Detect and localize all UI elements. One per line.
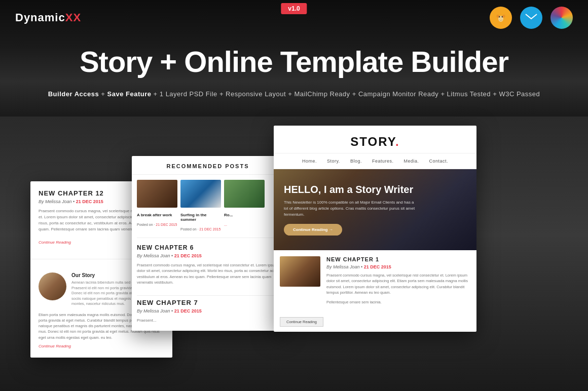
post1-title: A break after work: [137, 213, 177, 217]
feature-separator-1: +: [101, 90, 107, 98]
version-badge: v1.0: [281, 3, 307, 14]
post-img-1: [137, 180, 177, 208]
chapter6-section: NEW CHAPTER 6 By Melissa Joan • 21 DEC 2…: [132, 241, 284, 292]
card1-continue[interactable]: Continue Reading: [39, 240, 71, 245]
card3-header: STORY.: [274, 126, 476, 153]
mailchimp-icon[interactable]: [490, 7, 512, 29]
banner-desc: This Newsletter is 100% compatible on al…: [284, 200, 416, 218]
chapter1-author-name: By Melissa Joan: [326, 264, 360, 269]
feature-save: Save Feature: [107, 90, 152, 98]
card1-author-name: By Melissa Joan: [39, 199, 72, 204]
chapter6-author: By Melissa Joan • 21 DEC 2015: [137, 253, 279, 258]
chapter6-body: Praesent commodo cursus magna, vel scele…: [137, 262, 279, 285]
chapter6-author-name: By Melissa Joan: [137, 253, 170, 258]
hero-subtitle: Builder Access + Save Feature + 1 Layerd…: [10, 89, 578, 99]
chapter1-continue-btn[interactable]: Continue Reading: [280, 317, 323, 327]
chapter1-thumbnail: [280, 256, 320, 287]
post-cap-3: Ro... ...: [224, 213, 265, 232]
color-wheel-icon[interactable]: [550, 7, 573, 29]
svg-point-4: [497, 15, 499, 18]
post-img-3: [224, 180, 265, 208]
banner-continue-btn[interactable]: Continue Reading →: [284, 224, 342, 236]
post1-date: 21 DEC 2015: [156, 223, 177, 226]
card3-text: NEW CHAPTER 1 By Melissa Joan • 21 DEC 2…: [326, 256, 470, 309]
nav-contact[interactable]: Contact.: [429, 159, 448, 164]
hero-title: Story + Online Template Builder: [10, 46, 578, 78]
chapter7-author-name: By Melissa Joan: [137, 308, 170, 314]
chapter7-title: NEW CHAPTER 7: [137, 299, 279, 306]
hero-banner: HELLO, I am a Story Writer This Newslett…: [274, 169, 476, 250]
chapter7-author: By Melissa Joan • 21 DEC 2015: [137, 308, 279, 314]
post1-date-prefix: Posted on ·: [137, 223, 156, 226]
feature-rest: + 1 Layerd PSD File + Responsive Layout …: [154, 90, 540, 98]
feature-builder-access: Builder Access: [48, 90, 99, 98]
preview-container: NEW CHAPTER 12 By Melissa Joan • 21 DEC …: [25, 126, 563, 391]
story-logo: STORY.: [284, 135, 466, 149]
logo: DynamicXX: [15, 11, 81, 24]
svg-point-5: [503, 15, 505, 18]
card1-continue2[interactable]: Continue Reading: [39, 344, 71, 348]
nav-features[interactable]: Features.: [372, 159, 394, 164]
chapter7-date: 21 DEC 2015: [174, 308, 202, 314]
chapter1-author: By Melissa Joan • 21 DEC 2015: [326, 264, 470, 269]
post-captions: A break after work Posted on · 21 DEC 20…: [132, 213, 284, 234]
card3-nav: Home. Story. Blog. Features. Media. Cont…: [274, 153, 476, 169]
post2-title: Surfing in the summer: [180, 213, 221, 222]
card-2-recommended: RECOMMENDED POSTS A break after work Pos…: [132, 156, 284, 331]
post3-date: ...: [224, 223, 227, 226]
post2-date-prefix: Posted on ·: [180, 227, 199, 231]
c2-divider: [137, 238, 279, 238]
story-avatar: [39, 272, 66, 300]
post-cap-1: A break after work Posted on · 21 DEC 20…: [137, 213, 177, 232]
post-img-2: [180, 180, 221, 208]
chapter1-title: NEW CHAPTER 1: [326, 256, 470, 262]
chapter1-ornare: Pellentesque ornare sem lacinia.: [326, 299, 470, 305]
nav-story[interactable]: Story.: [327, 159, 340, 164]
recommended-header: RECOMMENDED POSTS: [132, 156, 284, 175]
card3-content: NEW CHAPTER 1 By Melissa Joan • 21 DEC 2…: [274, 250, 476, 315]
logo-text-dynamic: Dynamic: [15, 11, 65, 24]
post3-title: Ro...: [224, 213, 265, 217]
hero-section: Story + Online Template Builder Builder …: [0, 35, 588, 104]
chapter1-date: 21 DEC 2015: [364, 264, 391, 269]
nav-home[interactable]: Home.: [302, 159, 317, 164]
card1-date: 21 DEC 2015: [76, 199, 103, 204]
story-logo-text: STORY: [350, 135, 395, 148]
post-images: [132, 175, 284, 213]
mail-svg: [525, 13, 537, 22]
post-cap-2: Surfing in the summer Posted on · 21 DEC…: [180, 213, 221, 232]
story-logo-dot: .: [395, 135, 400, 148]
chapter6-title: NEW CHAPTER 6: [137, 244, 279, 251]
banner-title: HELLO, I am a Story Writer: [284, 184, 466, 196]
logo-text-xx: XX: [65, 11, 81, 24]
c2-divider-2: [137, 295, 279, 296]
chapter7-body: Praesent...: [137, 318, 279, 324]
post2-date: 21 DEC 2015: [199, 227, 220, 231]
svg-rect-6: [526, 14, 537, 22]
nav-media[interactable]: Media.: [403, 159, 419, 164]
chapter6-date: 21 DEC 2015: [174, 253, 202, 258]
topbar-icons: [490, 7, 573, 29]
card-3-story: STORY. Home. Story. Blog. Features. Medi…: [274, 126, 476, 332]
monkey-svg: [494, 11, 507, 24]
campaign-monitor-icon[interactable]: [520, 7, 542, 29]
chapter7-section: NEW CHAPTER 7 By Melissa Joan • 21 DEC 2…: [132, 299, 284, 331]
nav-blog[interactable]: Blog.: [350, 159, 362, 164]
chapter1-body: Praesent commodo cursus magna, vel scele…: [326, 272, 470, 295]
